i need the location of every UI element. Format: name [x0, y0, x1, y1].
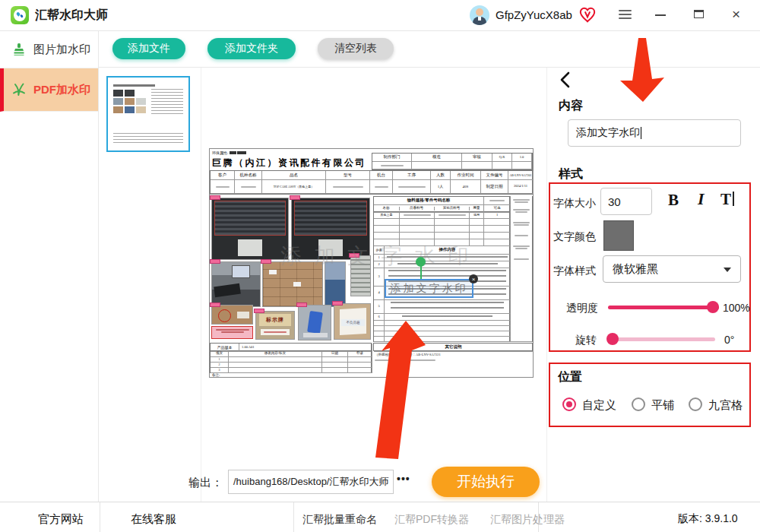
photo-carton-circled: [211, 305, 253, 325]
italic-button[interactable]: I: [698, 189, 705, 209]
photo-laptop-case-1: [211, 198, 289, 260]
annotation-arrow-down: [614, 35, 672, 105]
back-chevron-icon[interactable]: [559, 71, 572, 88]
radio-nine-grid[interactable]: [689, 397, 702, 411]
text-color-label: 文字颜色: [553, 230, 596, 244]
maximize-button[interactable]: [694, 10, 704, 18]
text-color-swatch[interactable]: [603, 220, 634, 251]
thumb-panel-divider: [201, 68, 201, 502]
username[interactable]: GfpZyYucX8ab: [496, 8, 572, 21]
doc-material-header: 物料规格/零件号码名称 名称 品番料号 宽裕品料号 用量 可选: [373, 196, 510, 212]
bold-button[interactable]: B: [668, 191, 679, 210]
user-avatar[interactable]: [470, 5, 489, 25]
thumbnail-preview: [112, 81, 185, 147]
rotate-slider[interactable]: [608, 337, 715, 341]
radio-custom-label[interactable]: 自定义: [582, 398, 616, 413]
sidebar-item-image-watermark[interactable]: 图片加水印: [0, 31, 98, 68]
photo-tag: [290, 195, 300, 200]
text-caret: [641, 127, 641, 139]
photo-caption-box: [211, 326, 253, 339]
photo-workbench: [211, 261, 261, 307]
pdf-preview-page[interactable]: 环保属性: 巨腾（内江）资讯配件有限公司 制作部门 模造 审核 Q.R 1.0 …: [209, 148, 534, 378]
radio-tile-label[interactable]: 平铺: [651, 398, 674, 413]
chevron-down-icon: [724, 268, 731, 272]
footer-divider: [100, 502, 100, 532]
doc-spec-line: （外观检验标准）文件号：AB-LNV-SA7221: [375, 353, 441, 356]
output-label: 输出：: [188, 476, 223, 490]
right-panel-divider: [546, 68, 547, 502]
defect-box-text: 不良品箱: [347, 321, 360, 325]
font-family-select[interactable]: 微软雅黑: [603, 255, 741, 283]
sidebar: 图片加水印 PDF加水印: [0, 31, 99, 502]
sidebar-item-label: 图片加水印: [33, 43, 90, 57]
watermark-handle-line: [420, 266, 422, 279]
doc-admin-table: 制作部门 模造 审核 Q.R 1.0: [372, 153, 533, 170]
close-button[interactable]: ×: [732, 6, 740, 23]
footer-version: 版本: 3.9.1.0: [678, 512, 738, 526]
rotate-value: 0°: [724, 334, 734, 346]
vip-badge-icon[interactable]: [579, 7, 596, 24]
opacity-slider-thumb[interactable]: [707, 301, 719, 313]
watermark-box-text: 添加文字水印: [391, 282, 468, 296]
doc-revision-table: 项次 修改内容/版次 日期 登录 1 2 3: [210, 351, 372, 373]
add-folder-button[interactable]: 添加文件夹: [207, 38, 296, 59]
opacity-label: 透明度: [566, 302, 598, 315]
footer-support-link[interactable]: 在线客服: [131, 512, 176, 527]
photo-tag: [296, 302, 307, 307]
sidebar-item-pdf-watermark[interactable]: PDF加水印: [0, 68, 98, 112]
rotate-label: 旋转: [575, 334, 597, 347]
footer-app-image-processor[interactable]: 汇帮图片处理器: [490, 513, 565, 527]
font-size-label: 字体大小: [553, 197, 596, 211]
photo-tag: [210, 195, 220, 200]
minimize-button[interactable]: [655, 14, 666, 16]
watermark-drag-handle-icon[interactable]: [416, 257, 426, 267]
output-path-input[interactable]: /huibang168/Desktop/汇帮水印大师: [228, 470, 394, 494]
doc-notes-column: [510, 196, 533, 342]
page-thumbnail[interactable]: [106, 76, 190, 152]
doc-eco-line: 环保属性:: [212, 150, 246, 155]
photo-tag: [210, 302, 220, 307]
position-heading: 位置: [558, 369, 582, 385]
opacity-slider[interactable]: [608, 306, 719, 309]
footer-app-pdf-converter[interactable]: 汇帮PDF转换器: [394, 513, 469, 527]
watermark-text-input[interactable]: 添加文字水印: [568, 119, 741, 147]
photo-sign-board: 标示牌: [255, 311, 295, 340]
app-logo-icon: [11, 6, 29, 24]
photo-tag: [254, 309, 264, 313]
output-path-value: /huibang168/Desktop/汇帮水印大师: [233, 475, 388, 489]
photo-tag: [210, 259, 220, 264]
start-button[interactable]: 开始执行: [432, 467, 540, 497]
photo-white-box: 不良品箱: [334, 303, 371, 340]
menu-icon[interactable]: [619, 10, 632, 21]
font-family-label: 字体样式: [553, 264, 596, 278]
doc-info-table: 客户 机种名称 品名 型号 机台 工序 人数 作业时间 文件编号 AB-LNV-…: [210, 170, 533, 195]
font-size-value: 30: [608, 195, 621, 208]
vertical-text-glyph: T: [720, 190, 731, 208]
sign-board-text: 标示牌: [266, 316, 284, 324]
font-size-input[interactable]: 30: [600, 188, 652, 215]
watermark-text-value: 添加文字水印: [576, 126, 640, 140]
font-family-value: 微软雅黑: [613, 262, 658, 277]
watermark-remove-icon[interactable]: ×: [469, 274, 478, 283]
sidebar-item-label: PDF加水印: [33, 83, 90, 97]
footer-website-link[interactable]: 官方网站: [38, 512, 84, 527]
radio-nine-grid-label[interactable]: 九宫格: [708, 398, 743, 413]
rotate-slider-thumb[interactable]: [606, 333, 619, 345]
app-window: 汇帮水印大师 GfpZyYucX8ab × 图片加水印: [0, 0, 760, 532]
content-heading: 内容: [559, 98, 583, 114]
radio-tile[interactable]: [632, 397, 645, 411]
doc-spec-blur: [375, 359, 443, 362]
footer-app-rename[interactable]: 汇帮批量重命名: [302, 513, 377, 527]
stamp-icon: [12, 43, 26, 56]
radio-custom[interactable]: [562, 397, 576, 411]
watermark-preview-text: 添加文字水印: [280, 242, 481, 271]
photo-tape-dispenser: [298, 305, 331, 340]
opacity-value: 100%: [723, 302, 750, 314]
add-file-button[interactable]: 添加文件: [112, 38, 185, 59]
doc-product-version: 产品版本 1.00 A01: [210, 343, 372, 351]
watermark-selection-box[interactable]: 添加文字水印: [385, 279, 473, 298]
vertical-text-button[interactable]: T: [720, 190, 734, 209]
browse-button[interactable]: •••: [397, 473, 410, 485]
pdf-icon: [12, 83, 26, 97]
clear-list-button[interactable]: 清空列表: [318, 38, 394, 59]
